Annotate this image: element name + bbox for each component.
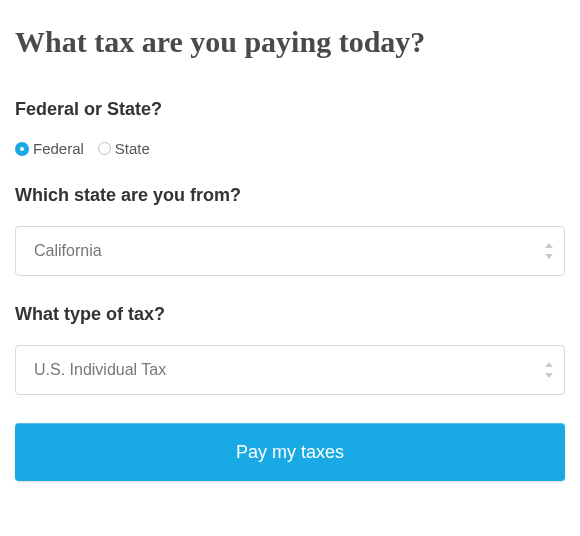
- question-jurisdiction: Federal or State?: [15, 99, 565, 120]
- caret-up-icon: [545, 362, 553, 367]
- radio-state[interactable]: State: [98, 140, 150, 157]
- tax-type-select[interactable]: U.S. Individual Tax: [15, 345, 565, 395]
- tax-type-select-value: U.S. Individual Tax: [34, 361, 166, 379]
- caret-down-icon: [545, 373, 553, 378]
- radio-unselected-icon: [98, 142, 111, 155]
- question-state: Which state are you from?: [15, 185, 565, 206]
- select-arrows-icon: [545, 243, 553, 259]
- question-tax-type: What type of tax?: [15, 304, 565, 325]
- page-title: What tax are you paying today?: [15, 25, 565, 59]
- select-arrows-icon: [545, 362, 553, 378]
- caret-down-icon: [545, 254, 553, 259]
- radio-selected-icon: [15, 142, 29, 156]
- radio-state-label: State: [115, 140, 150, 157]
- state-select-value: California: [34, 242, 102, 260]
- pay-button[interactable]: Pay my taxes: [15, 423, 565, 481]
- radio-federal[interactable]: Federal: [15, 140, 84, 157]
- jurisdiction-radio-group: Federal State: [15, 140, 565, 157]
- radio-federal-label: Federal: [33, 140, 84, 157]
- caret-up-icon: [545, 243, 553, 248]
- state-select[interactable]: California: [15, 226, 565, 276]
